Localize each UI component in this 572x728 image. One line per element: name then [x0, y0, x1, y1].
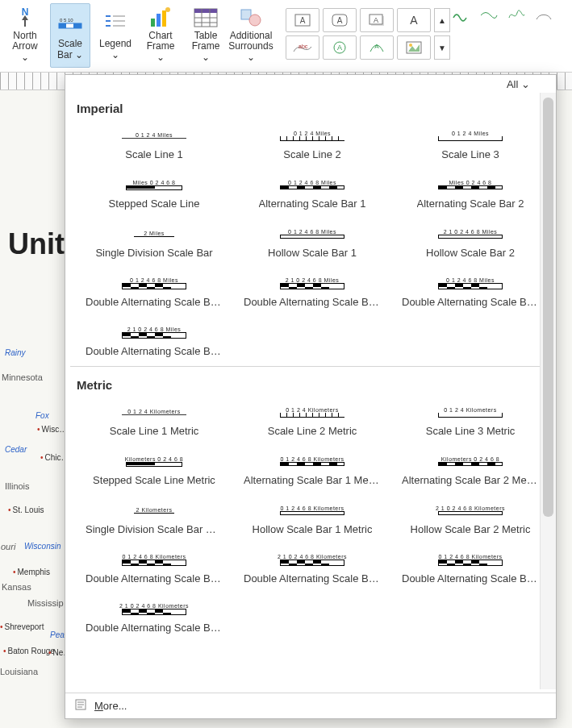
scale-bar-option-label: Double Alternating Scale Bar 1 M [86, 572, 223, 584]
gallery-up-icon[interactable]: ▲ [434, 8, 450, 32]
scale-bar-option-label: Double Alternating Scale Bar 2 [244, 296, 381, 308]
scale-bar-option-label: Double Alternating Scale Bar 1 [86, 296, 223, 308]
text-style-plain[interactable]: A [397, 8, 431, 32]
table-frame-button[interactable]: Table Frame ⌄ [186, 3, 226, 68]
north-arrow-icon: N [11, 7, 39, 29]
scale-bar-option-label: Double Alternating Scale Bar 4 M [86, 622, 223, 634]
scale-bar-option[interactable]: 2 1 0 2 4 6 8 MilesDouble Alternating Sc… [77, 317, 232, 361]
river-label: Wisconsin [24, 542, 61, 551]
scale-bar-preview: 2 1 0 2 4 6 8 Kilometers [110, 599, 198, 618]
path-style-loops[interactable] [507, 8, 531, 32]
north-arrow-label: North Arrow ⌄ [10, 31, 40, 64]
svg-point-23 [249, 15, 261, 26]
state-label: Minnesota [2, 372, 43, 382]
gallery-body[interactable]: Imperial0 1 2 4 MilesScale Line 10 1 2 4… [65, 94, 556, 693]
scale-bar-preview: 2 1 0 2 4 6 8 Miles [110, 322, 198, 342]
scale-bar-preview: 0 1 2 4 Kilometers [268, 402, 357, 422]
text-style-circle[interactable]: A [323, 35, 357, 60]
scale-bar-preview: 0 1 2 4 6 8 Kilometers [268, 451, 357, 471]
scale-bar-preview: Miles 0 2 4 6 8 [426, 175, 515, 194]
table-frame-label: Table Frame ⌄ [191, 31, 220, 64]
scale-bar-option-label: Scale Line 2 [283, 148, 341, 160]
scale-bar-option-label: Double Alternating Scale Bar 2 M [244, 572, 381, 584]
scale-bar-option[interactable]: 0 1 2 4 MilesScale Line 1 [77, 120, 232, 164]
scale-bar-preview: Kilometers 0 2 4 6 8 [426, 451, 515, 471]
scale-bar-option-label: Hollow Scale Bar 1 [268, 247, 357, 259]
legend-button[interactable]: Legend ⌄ [95, 3, 136, 68]
scale-bar-option[interactable]: 0 1 2 4 KilometersScale Line 1 Metric [77, 397, 232, 441]
path-style-wave[interactable] [452, 8, 476, 32]
scale-bar-button[interactable]: 0 5 10 Scale Bar ⌄ [50, 3, 90, 68]
svg-rect-8 [106, 25, 111, 27]
more-link[interactable]: More... [94, 700, 127, 712]
scrollbar[interactable] [540, 93, 556, 689]
text-style-rounded[interactable]: A [323, 8, 357, 32]
scale-bar-option[interactable]: 0 1 2 4 6 8 KilometersDouble Alternating… [393, 544, 548, 589]
scale-bar-option-label: Double Alternating Scale Bar 3 M [402, 572, 539, 584]
scale-bar-preview: 0 1 2 4 6 8 Kilometers [110, 550, 198, 569]
scale-bar-option-label: Hollow Scale Bar 2 [426, 247, 515, 259]
svg-text:0 5 10: 0 5 10 [60, 18, 73, 23]
scale-bar-preview: 0 1 2 4 6 8 Kilometers [426, 550, 515, 569]
scale-bar-option[interactable]: 2 1 0 2 4 6 8 KilometersHollow Scale Bar… [393, 495, 548, 539]
svg-text:A: A [337, 16, 343, 25]
scale-bar-option[interactable]: 0 1 2 4 MilesScale Line 2 [235, 120, 390, 164]
scale-bar-preview: 0 1 2 4 Kilometers [110, 402, 198, 422]
scale-bar-option[interactable]: 0 1 2 4 6 8 MilesHollow Scale Bar 1 [235, 218, 390, 263]
svg-point-38 [409, 44, 412, 47]
text-style-image[interactable] [397, 35, 431, 60]
scale-bar-option[interactable]: 2 1 0 2 4 6 8 MilesHollow Scale Bar 2 [393, 218, 548, 263]
svg-rect-4 [59, 23, 66, 28]
path-style-arc[interactable] [534, 8, 558, 32]
scrollbar-thumb[interactable] [543, 98, 553, 517]
scale-bar-option[interactable]: 0 1 2 4 6 8 KilometersAlternating Scale … [235, 446, 390, 490]
additional-surrounds-button[interactable]: Additional Surrounds ⌄ [231, 3, 271, 68]
svg-text:A: A [337, 44, 342, 52]
path-style-spiral[interactable] [479, 8, 503, 32]
scale-bar-option[interactable]: 0 1 2 4 6 8 MilesAlternating Scale Bar 1 [235, 169, 390, 214]
scale-bar-option[interactable]: 2 MilesSingle Division Scale Bar [77, 218, 232, 263]
text-style-rect[interactable]: A [286, 8, 319, 32]
scale-bar-option-label: Alternating Scale Bar 2 Metric [402, 474, 539, 486]
scale-bar-preview: 0 1 2 4 Kilometers [426, 402, 515, 422]
scale-bar-option-label: Stepped Scale Line [109, 198, 200, 210]
scale-bar-option-label: Scale Line 1 Metric [110, 425, 199, 437]
scale-bar-preview: 2 1 0 2 4 6 8 Miles [426, 224, 515, 243]
text-style-arc[interactable]: A [360, 35, 394, 60]
gallery-down-icon[interactable]: ▼ [434, 35, 450, 60]
scale-bar-preview: 0 1 2 4 6 8 Miles [268, 224, 357, 243]
scale-bar-option-label: Single Division Scale Bar [95, 247, 212, 259]
svg-text:A: A [374, 16, 378, 24]
scale-bar-option-label: Double Alternating Scale Bar 3 [402, 296, 539, 308]
scale-bar-option[interactable]: 0 1 2 4 6 8 KilometersHollow Scale Bar 1… [235, 495, 390, 539]
scale-bar-option-label: Alternating Scale Bar 1 Metric [244, 474, 381, 486]
additional-surrounds-icon [237, 7, 265, 29]
scale-bar-option[interactable]: 0 1 2 4 MilesScale Line 3 [393, 120, 548, 164]
gallery-footer: More... [65, 693, 556, 718]
text-style-gallery: A A A A abc A A [286, 3, 431, 60]
scale-bar-option[interactable]: Kilometers 0 2 4 6 8Alternating Scale Ba… [393, 446, 548, 490]
scale-bar-option[interactable]: Kilometers 0 2 4 6 8Stepped Scale Line M… [77, 446, 232, 490]
north-arrow-button[interactable]: N North Arrow ⌄ [5, 3, 45, 68]
gallery-filter[interactable]: All ⌄ [507, 78, 530, 90]
text-style-shadow[interactable]: A [360, 8, 394, 32]
scale-bar-option[interactable]: Miles 0 2 4 6 8Alternating Scale Bar 2 [393, 169, 548, 214]
scale-bar-option-label: Single Division Scale Bar Metric [86, 523, 223, 535]
chart-frame-button[interactable]: Chart Frame ⌄ [140, 3, 181, 68]
scale-bar-option[interactable]: 2 KilometersSingle Division Scale Bar Me… [77, 495, 232, 539]
text-style-abc[interactable]: abc [286, 35, 319, 60]
scale-bar-option[interactable]: 0 1 2 4 6 8 MilesDouble Alternating Scal… [393, 268, 548, 312]
scale-bar-option[interactable]: 0 1 2 4 6 8 MilesDouble Alternating Scal… [77, 268, 232, 312]
scale-bar-option[interactable]: 0 1 2 4 KilometersScale Line 3 Metric [393, 397, 548, 441]
scale-bar-option[interactable]: 2 1 0 2 4 6 8 KilometersDouble Alternati… [235, 544, 390, 589]
scale-bar-option[interactable]: 0 1 2 4 KilometersScale Line 2 Metric [235, 397, 390, 441]
scale-bar-option[interactable]: Miles 0 2 4 6 8Stepped Scale Line [77, 169, 232, 214]
state-label: Illinois [5, 481, 30, 491]
legend-icon [102, 10, 129, 37]
scale-bar-option[interactable]: 2 1 0 2 4 6 8 MilesDouble Alternating Sc… [235, 268, 390, 312]
city-label: Shreveport [0, 622, 44, 631]
scale-bar-option[interactable]: 2 1 0 2 4 6 8 KilometersDouble Alternati… [77, 593, 232, 638]
scale-bar-option[interactable]: 0 1 2 4 6 8 KilometersDouble Alternating… [77, 544, 232, 589]
scale-bar-preview: Kilometers 0 2 4 6 8 [110, 451, 198, 471]
svg-text:A: A [410, 14, 418, 27]
